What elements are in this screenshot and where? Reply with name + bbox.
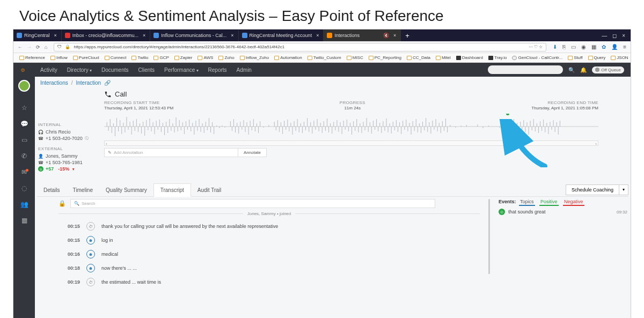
bookmark-item[interactable]: Zoho	[217, 55, 236, 60]
download-icon[interactable]: ⬇	[553, 44, 557, 50]
filter-topics[interactable]: Topics	[519, 198, 535, 206]
address-input[interactable]: 🛡 🔒 https://apps.mypurecloud.com/directo…	[54, 43, 546, 51]
transcript-line[interactable]: 00:15☻log in	[58, 233, 480, 247]
ext-icon[interactable]: ▭	[571, 44, 576, 50]
bookmark-item[interactable]: Connect	[103, 55, 128, 60]
bookmark-item[interactable]: Stuff	[566, 55, 584, 60]
browser-tab[interactable]: RingCentral×	[13, 29, 62, 41]
ext-icon[interactable]: ✿	[602, 44, 606, 50]
search-icon[interactable]: 🔍	[568, 67, 575, 73]
app-logo-icon[interactable]: ⌾	[21, 66, 25, 73]
transcript-line[interactable]: 00:19⏱the estimated ... wait time is	[58, 275, 480, 289]
inbox-icon[interactable]: ✉	[20, 168, 28, 176]
url-more-icon[interactable]: ⋯ ♡ ☆	[529, 45, 543, 49]
chat-icon[interactable]: 💬	[20, 120, 28, 128]
tab-mute-icon[interactable]: 🔇	[383, 33, 389, 38]
star-icon[interactable]: ☆	[20, 103, 28, 112]
tab-transcript[interactable]: Transcript	[153, 183, 191, 197]
bookmark-item[interactable]: GenCloud - CallContr...	[510, 55, 564, 60]
tab-close-icon[interactable]: ×	[231, 33, 233, 38]
window-close-icon[interactable]: ×	[622, 33, 625, 39]
browser-tab[interactable]: Inflow Communications - Cal...×	[150, 29, 238, 41]
bookmark-item[interactable]: CC_Data	[405, 55, 432, 60]
bookmark-item[interactable]: AWS	[196, 55, 215, 60]
browser-tab[interactable]: Interactions🔇×	[324, 29, 401, 41]
chevron-down-icon[interactable]: ▾	[619, 185, 628, 195]
video-icon[interactable]: ▭	[20, 136, 28, 144]
transcript-line[interactable]: 00:16☻medical	[58, 247, 480, 261]
ext-icon[interactable]: 👤	[611, 44, 618, 50]
tab-quality[interactable]: Quality Summary	[99, 184, 153, 196]
nav-reports[interactable]: Reports	[208, 67, 227, 73]
bookmark-item[interactable]: Automation	[273, 55, 303, 60]
browser-tab[interactable]: Inbox - crecio@inflowcommu...×	[62, 29, 150, 41]
new-tab-button[interactable]: +	[401, 32, 414, 40]
queue-toggle[interactable]: Off Queue	[592, 66, 624, 73]
notifications-icon[interactable]: 🔔	[580, 67, 587, 73]
transcript-line[interactable]: 00:18☻now there's ... ...	[58, 261, 480, 275]
waveform-scrollbar[interactable]: ‹ ›	[104, 140, 598, 146]
loading-icon[interactable]: ◌	[20, 184, 28, 193]
bookmark-item[interactable]: JSON	[609, 55, 630, 60]
tab-close-icon[interactable]: ×	[143, 33, 145, 38]
event-item[interactable]: ☺ that sounds great 09:32	[499, 206, 627, 217]
nav-activity[interactable]: Activity	[40, 67, 57, 73]
window-maximize-icon[interactable]: ◻	[612, 33, 617, 39]
bookmark-item[interactable]: Zapier	[173, 55, 194, 60]
nav-performance[interactable]: Performance	[164, 67, 198, 73]
apps-icon[interactable]: ▦	[20, 216, 28, 225]
nav-forward-icon[interactable]: →	[27, 45, 32, 50]
bookmark-item[interactable]: PC_Reporting	[367, 55, 403, 60]
ext-icon[interactable]: ◉	[581, 44, 586, 50]
bookmark-item[interactable]: PureCloud	[71, 55, 101, 60]
tab-audit[interactable]: Audit Trail	[191, 184, 228, 196]
tab-close-icon[interactable]: ×	[54, 33, 57, 38]
library-icon[interactable]: ⎘	[562, 44, 566, 50]
waveform[interactable]: 🔊 x1	[104, 114, 598, 139]
nav-documents[interactable]: Documents	[101, 67, 129, 73]
nav-back-icon[interactable]: ←	[18, 45, 23, 50]
tab-close-icon[interactable]: ×	[316, 33, 319, 38]
browser-tab[interactable]: RingCentral Meeting Account×	[239, 29, 324, 41]
filter-positive[interactable]: Positive	[539, 198, 559, 206]
bookmark-item[interactable]: Mitel	[434, 55, 452, 60]
schedule-coaching-button[interactable]: Schedule Coaching ▾	[566, 184, 628, 195]
tab-timeline[interactable]: Timeline	[67, 184, 99, 196]
transcript-search-input[interactable]: 🔍Search	[70, 199, 435, 208]
nav-home-icon[interactable]: ⌂	[45, 45, 47, 50]
tab-details[interactable]: Details	[37, 184, 67, 196]
pane-resize-handle[interactable]	[488, 199, 490, 274]
scroll-left-icon[interactable]: ‹	[106, 142, 107, 146]
bookmark-item[interactable]: Query	[587, 55, 608, 60]
user-avatar[interactable]	[18, 80, 30, 92]
menu-icon[interactable]: ≡	[623, 44, 626, 50]
transcript-line[interactable]: 00:15⏱thank you for calling your call wi…	[58, 219, 480, 233]
bookmark-item[interactable]: GCP	[152, 55, 170, 60]
nav-directory[interactable]: Directory	[67, 67, 92, 73]
info-icon[interactable]: ⓘ	[85, 136, 89, 141]
header-search-input[interactable]	[488, 65, 563, 74]
bookmark-item[interactable]: Twilio	[130, 55, 150, 60]
annotation-input[interactable]: ✎Add Annotation	[104, 148, 238, 157]
bookmark-item[interactable]: MISC	[345, 55, 365, 60]
lock-icon[interactable]: 🔒	[58, 200, 66, 207]
scroll-right-icon[interactable]: ›	[595, 142, 597, 146]
filter-negative[interactable]: Negative	[563, 198, 584, 206]
bookmark-item[interactable]: Reference	[18, 55, 47, 60]
ext-icon[interactable]: ▦	[591, 44, 596, 50]
breadcrumb-link[interactable]: Interaction	[76, 80, 101, 86]
nav-admin[interactable]: Admin	[237, 67, 252, 73]
phone-icon[interactable]: ✆	[20, 152, 28, 160]
bookmark-item[interactable]: Twilio_Custom	[306, 55, 343, 60]
bookmark-item[interactable]: Dashboard	[455, 55, 485, 60]
people-icon[interactable]: 👥	[20, 200, 28, 209]
bookmark-item[interactable]: Inflow	[49, 55, 69, 60]
breadcrumb-link[interactable]: Interactions	[40, 80, 68, 86]
annotate-button[interactable]: Annotate	[238, 148, 267, 157]
nav-clients[interactable]: Clients	[138, 67, 155, 73]
bookmark-item[interactable]: Tray.io	[487, 55, 509, 60]
nav-reload-icon[interactable]: ⟳	[36, 45, 40, 50]
tab-close-icon[interactable]: ×	[393, 33, 396, 38]
window-minimize-icon[interactable]: —	[602, 33, 607, 39]
link-icon[interactable]: 🔗	[104, 80, 111, 86]
